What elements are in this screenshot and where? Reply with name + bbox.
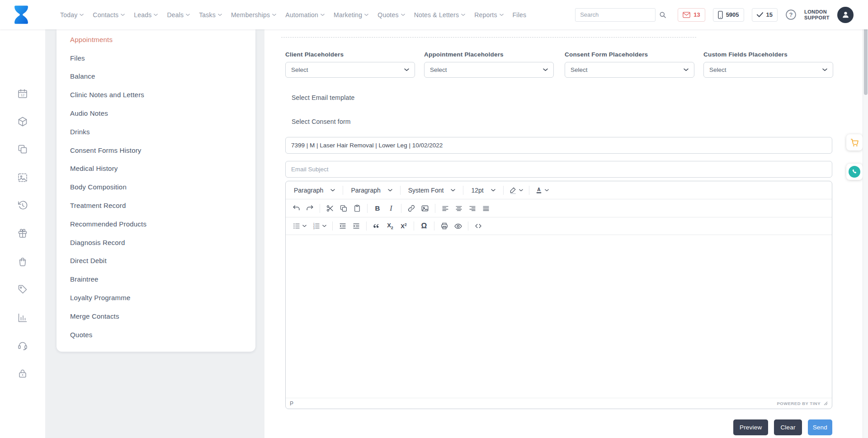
editor-body[interactable]: [286, 235, 832, 398]
page-scrollbar[interactable]: [863, 0, 868, 438]
justify-button[interactable]: [479, 202, 493, 215]
toolbar-divider: [400, 186, 401, 195]
copy-button[interactable]: [337, 202, 350, 215]
sidebar-item-treatment-record[interactable]: Treatment Record: [57, 196, 255, 215]
paste-button[interactable]: [350, 202, 364, 215]
cut-button[interactable]: [323, 202, 337, 215]
redo-button[interactable]: [303, 202, 316, 215]
sidebar-item-medical-history[interactable]: Medical History: [57, 160, 255, 178]
select-email-template-link[interactable]: Select Email template: [292, 94, 355, 101]
numbered-list-button[interactable]: 123: [309, 219, 329, 233]
custom-fields-placeholders-select[interactable]: Select: [703, 62, 833, 78]
search-button[interactable]: [656, 8, 670, 22]
insert-link-button[interactable]: [405, 202, 418, 215]
nav-item-tasks[interactable]: Tasks: [199, 11, 222, 19]
source-code-button[interactable]: [472, 219, 485, 233]
search-input[interactable]: [575, 8, 656, 22]
send-button[interactable]: Send: [808, 419, 832, 435]
element-path[interactable]: P: [290, 400, 293, 407]
clear-button[interactable]: Clear: [774, 419, 802, 435]
inbox-button[interactable]: 13: [678, 8, 705, 22]
italic-button[interactable]: I: [384, 202, 398, 215]
rail-copy-button[interactable]: [17, 144, 28, 155]
rail-photos-button[interactable]: [17, 172, 28, 183]
rail-shop-button[interactable]: [17, 256, 28, 267]
sidebar-item-drinks[interactable]: Drinks: [57, 122, 255, 141]
sidebar-item-appointments[interactable]: Appointments: [57, 30, 255, 49]
nav-item-quotes[interactable]: Quotes: [377, 11, 405, 19]
sidebar-item-merge-contacts[interactable]: Merge Contacts: [57, 307, 255, 325]
nav-item-notes-letters[interactable]: Notes & Letters: [414, 11, 466, 19]
nav-item-automation[interactable]: Automation: [285, 11, 325, 19]
nav-item-leads[interactable]: Leads: [134, 11, 158, 19]
help-button[interactable]: ?: [785, 9, 797, 20]
rail-lock-button[interactable]: [17, 368, 28, 379]
align-right-button[interactable]: [466, 202, 479, 215]
sidebar-item-clinic-notes-and-letters[interactable]: Clinic Notes and Letters: [57, 85, 255, 104]
bold-button[interactable]: B: [371, 202, 384, 215]
font-size-select[interactable]: 12pt: [467, 184, 500, 197]
indent-button[interactable]: [349, 219, 363, 233]
cart-button[interactable]: [846, 134, 863, 151]
sidebar-item-loyalty-programme[interactable]: Loyalty Programme: [57, 288, 255, 307]
sidebar-item-consent-forms-history[interactable]: Consent Forms History: [57, 141, 255, 160]
sidebar-item-diagnosis-record[interactable]: Diagnosis Record: [57, 233, 255, 252]
svg-text:12: 12: [21, 93, 24, 97]
calls-button[interactable]: 5905: [713, 8, 744, 22]
nav-item-files[interactable]: Files: [513, 11, 527, 19]
block-format-select[interactable]: Paragraph: [289, 184, 340, 197]
undo-button[interactable]: [289, 202, 303, 215]
nav-item-today[interactable]: Today: [60, 11, 84, 19]
align-left-button[interactable]: [439, 202, 452, 215]
special-character-button[interactable]: Ω: [417, 219, 431, 233]
indent-icon: [352, 222, 360, 230]
sidebar-item-audio-notes[interactable]: Audio Notes: [57, 104, 255, 122]
scrollbar-thumb[interactable]: [864, 28, 868, 95]
app-logo[interactable]: [11, 4, 32, 25]
email-subject-input[interactable]: [285, 161, 832, 178]
nav-item-contacts[interactable]: Contacts: [93, 11, 125, 19]
rail-calendar-button[interactable]: 12: [17, 88, 28, 99]
subscript-button[interactable]: X2: [383, 219, 397, 233]
insert-image-button[interactable]: [418, 202, 432, 215]
sidebar-item-recommended-products[interactable]: Recommended Products: [57, 215, 255, 233]
nav-item-memberships[interactable]: Memberships: [231, 11, 276, 19]
nav-item-deals[interactable]: Deals: [167, 11, 190, 19]
sidebar-item-files[interactable]: Files: [57, 49, 255, 67]
style-format-select[interactable]: Paragraph: [346, 184, 396, 197]
rail-tag-button[interactable]: [17, 284, 28, 295]
sidebar-item-quotes[interactable]: Quotes: [57, 325, 255, 344]
print-button[interactable]: [438, 219, 451, 233]
highlight-color-button[interactable]: [507, 184, 526, 197]
preview-button[interactable]: Preview: [733, 419, 768, 435]
font-family-select[interactable]: System Font: [404, 184, 460, 197]
sidebar-item-direct-debit[interactable]: Direct Debit: [57, 252, 255, 270]
text-color-button[interactable]: A: [533, 184, 552, 197]
preview-toggle-button[interactable]: [451, 219, 465, 233]
user-avatar[interactable]: [837, 7, 854, 23]
nav-item-reports[interactable]: Reports: [474, 11, 503, 19]
align-center-button[interactable]: [452, 202, 466, 215]
sidebar-item-braintree[interactable]: Braintree: [57, 270, 255, 288]
rail-products-button[interactable]: [17, 116, 28, 127]
consent-form-placeholders-select[interactable]: Select: [565, 62, 694, 78]
superscript-button[interactable]: X2: [397, 219, 410, 233]
outdent-button[interactable]: [336, 219, 349, 233]
rail-support-button[interactable]: [17, 340, 28, 351]
treatment-subject-input[interactable]: [285, 137, 832, 154]
rail-history-button[interactable]: [17, 200, 28, 211]
select-consent-form-link[interactable]: Select Consent form: [292, 118, 351, 125]
appointment-placeholders-select[interactable]: Select: [424, 62, 554, 78]
sidebar-item-balance[interactable]: Balance: [57, 67, 255, 86]
blockquote-button[interactable]: [370, 219, 383, 233]
bullet-list-button[interactable]: [289, 219, 309, 233]
resize-handle[interactable]: [824, 401, 828, 405]
price-tag-icon: [17, 284, 28, 295]
rail-gift-button[interactable]: [17, 228, 28, 239]
rail-reports-button[interactable]: [17, 312, 28, 323]
nav-item-marketing[interactable]: Marketing: [334, 11, 368, 19]
client-placeholders-select[interactable]: Select: [285, 62, 415, 78]
sidebar-item-body-composition[interactable]: Body Composition: [57, 178, 255, 196]
tasks-counter-button[interactable]: 15: [752, 8, 778, 22]
call-widget-button[interactable]: [846, 164, 863, 180]
